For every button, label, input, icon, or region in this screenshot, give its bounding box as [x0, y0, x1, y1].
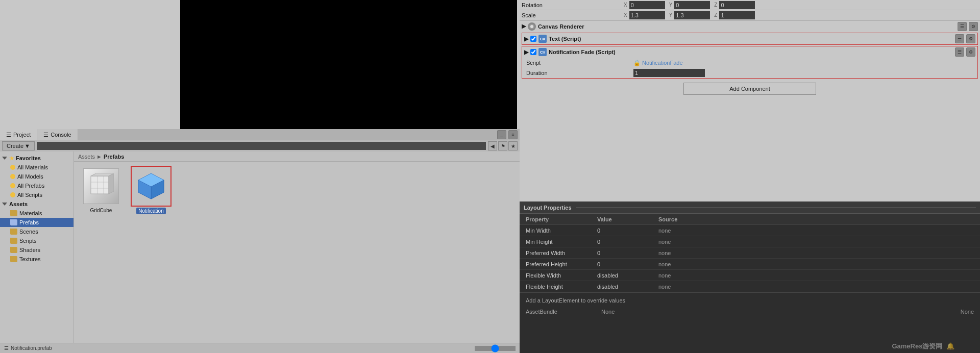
sidebar-item-all-prefabs[interactable]: All Prefabs: [0, 181, 74, 190]
status-prefab-icon: ☰: [4, 345, 9, 351]
sidebar-item-shaders[interactable]: Shaders: [0, 245, 74, 255]
nf-duration-row: Duration: [522, 68, 977, 78]
create-arrow-icon: ▼: [24, 143, 30, 149]
star-btn[interactable]: ★: [508, 141, 518, 150]
scale-z-input[interactable]: [719, 11, 755, 19]
project-toolbar: Create ▼ ◀ ⚑ ★: [0, 140, 520, 152]
sidebar-item-scenes[interactable]: Scenes: [0, 227, 74, 236]
add-layout-element-label: Add a LayoutElement to override values: [526, 297, 625, 304]
nf-icon: C#: [538, 48, 547, 56]
text-script-checkbox[interactable]: [530, 36, 536, 42]
scale-z-label: Z: [714, 12, 717, 18]
project-status-bar: ☰ Notification.prefab: [0, 343, 520, 353]
sidebar-item-all-materials[interactable]: All Materials: [0, 163, 74, 172]
sidebar-item-all-models[interactable]: All Models: [0, 172, 74, 181]
sidebar-item-prefabs[interactable]: Prefabs: [0, 218, 74, 227]
materials-label: Materials: [19, 210, 42, 216]
shaders-label: Shaders: [19, 247, 40, 253]
layout-row-source-1: none: [658, 239, 974, 245]
layout-panel-footer: Add a LayoutElement to override values A…: [520, 292, 980, 319]
nf-checkbox[interactable]: [530, 49, 536, 55]
create-button[interactable]: Create ▼: [2, 141, 35, 150]
notification-fade-header[interactable]: ▶ C# Notification Fade (Script) ☰ ⚙: [522, 46, 977, 58]
text-script-header[interactable]: ▶ C# Text (Script) ☰ ⚙: [522, 33, 977, 44]
sidebar-item-all-scripts[interactable]: All Scripts: [0, 190, 74, 199]
rotation-y-input[interactable]: [674, 1, 710, 9]
layout-row-value-1: 0: [597, 239, 658, 245]
layout-row-4: Flexible Width disabled none: [520, 270, 980, 281]
rotation-fields: X Y Z: [624, 1, 755, 9]
text-script-arrow: ▶: [524, 36, 528, 42]
asset-notification[interactable]: Notification: [128, 166, 174, 214]
gridcube-icon: [83, 168, 119, 204]
layout-row-source-3: none: [658, 261, 974, 267]
scale-x-input[interactable]: [629, 11, 665, 19]
all-scripts-icon: [10, 192, 15, 197]
search-input[interactable]: [37, 142, 486, 150]
layout-header-line: [576, 207, 976, 208]
watermark-icon: 🔔: [946, 342, 954, 350]
add-component-button[interactable]: Add Component: [683, 83, 816, 95]
tab-project[interactable]: ☰ Project: [0, 129, 37, 140]
shaders-folder-icon: [10, 247, 17, 253]
notification-fade-section: ▶ C# Notification Fade (Script) ☰ ⚙ Scri…: [522, 46, 978, 79]
text-script-btns: ☰ ⚙: [954, 34, 975, 43]
canvas-renderer-btns: ☰ ⚙: [957, 22, 978, 31]
panel-menu-btn[interactable]: ≡: [508, 130, 518, 139]
flag-btn[interactable]: ⚑: [498, 141, 507, 150]
assets-right-area: Assets ► Prefabs: [74, 152, 520, 343]
inspector-panel: Rotation X Y Z Scale X Y Z ▶ Canvas Rend…: [520, 0, 980, 201]
scenes-folder-icon: [10, 229, 17, 235]
tab-console[interactable]: ☰ Console: [37, 129, 78, 140]
sidebar-item-materials[interactable]: Materials: [0, 209, 74, 218]
status-file-label: Notification.prefab: [11, 345, 52, 351]
gridcube-icon-container: [81, 166, 121, 207]
canvas-renderer-menu-btn[interactable]: ☰: [958, 22, 967, 31]
text-script-menu-btn[interactable]: ☰: [955, 34, 964, 43]
back-btn[interactable]: ◀: [488, 141, 497, 150]
all-prefabs-label: All Prefabs: [17, 183, 44, 189]
sidebar-item-scripts[interactable]: Scripts: [0, 236, 74, 245]
layout-panel-header: Layout Properties: [520, 201, 980, 214]
rotation-row: Rotation X Y Z: [520, 0, 980, 10]
canvas-renderer-header[interactable]: ▶ Canvas Renderer ☰ ⚙: [520, 20, 980, 32]
nf-duration-label: Duration: [526, 70, 633, 76]
textures-label: Textures: [19, 256, 41, 262]
top-left-area: [0, 0, 180, 129]
nf-gear-btn[interactable]: ⚙: [966, 47, 975, 57]
textures-folder-icon: [10, 256, 17, 262]
assets-section-header[interactable]: Assets: [0, 199, 74, 209]
svg-rect-2: [91, 176, 109, 194]
path-separator: ►: [96, 154, 102, 160]
gridcube-label: GridCube: [90, 208, 112, 213]
scripts-label: Scripts: [19, 238, 37, 244]
scene-viewport[interactable]: [180, 0, 517, 129]
layout-row-source-0: none: [658, 228, 974, 234]
favorites-section-header[interactable]: ★ Favorites: [0, 154, 74, 163]
layout-row-0: Min Width 0 none: [520, 225, 980, 236]
notification-selected-frame: [131, 166, 172, 207]
watermark: GameRes游资网 🔔: [892, 342, 954, 351]
nf-menu-btn[interactable]: ☰: [955, 47, 964, 57]
layout-row-property-0: Min Width: [526, 228, 597, 234]
scale-x-label: X: [624, 12, 627, 18]
all-prefabs-icon: [10, 183, 15, 188]
bottom-panel: ☰ Project ☰ Console _ ≡ Create ▼ ◀ ⚑ ★: [0, 129, 520, 353]
rotation-x-input[interactable]: [629, 1, 665, 9]
zoom-slider[interactable]: [475, 346, 516, 351]
scale-y-input[interactable]: [674, 11, 710, 19]
text-script-gear-btn[interactable]: ⚙: [966, 34, 975, 43]
sidebar-item-textures[interactable]: Textures: [0, 255, 74, 264]
rotation-y-label: Y: [669, 2, 673, 8]
nf-header-btns: ☰ ⚙: [954, 47, 975, 57]
all-materials-label: All Materials: [17, 164, 48, 170]
rotation-z-input[interactable]: [719, 1, 755, 9]
canvas-renderer-gear-btn[interactable]: ⚙: [969, 22, 978, 31]
project-tab-icon: ☰: [6, 129, 11, 140]
panel-collapse-btn[interactable]: _: [497, 130, 506, 139]
assets-grid: GridCube: [74, 162, 520, 343]
asset-gridcube[interactable]: GridCube: [78, 166, 124, 214]
nf-duration-input[interactable]: [633, 69, 705, 77]
scripts-folder-icon: [10, 238, 17, 244]
layout-table-header: Property Value Source: [520, 214, 980, 225]
